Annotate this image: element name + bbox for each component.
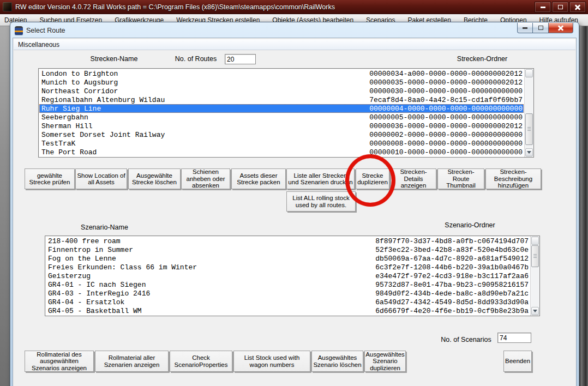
scenario-row[interactable]: GR4-04 - Ersatzlok 6a549d27-4342-4549-8d… [46, 298, 530, 306]
check-selected-route-button[interactable]: gewählte Strecke prüfen [25, 168, 75, 189]
scenario-row[interactable]: Fog on the Lenne db50069a-67aa-4d7c-8920… [46, 254, 530, 263]
dialog-close-button[interactable] [548, 23, 573, 33]
route-row[interactable]: Sherman Hill 00000036-0000-0000-0000-000… [39, 122, 524, 130]
app-titlebar: RW editor Version 4.0.72 Rail Works path… [0, 0, 588, 14]
raise-lower-track-button[interactable]: Schienen anheben oder absenken [181, 168, 230, 189]
scenario-folder: 6d66679f-4e20-4f6e-bb19-0cf9b8e23b9a [375, 307, 529, 315]
check-scenario-properties-button[interactable]: Check ScenarioProperties [170, 351, 232, 372]
route-name: Regionalbahn Altenburg Wildau [41, 96, 165, 104]
route-name: Ruhr Sieg Line [41, 105, 101, 113]
app-icon [3, 2, 12, 11]
app-minimize-button[interactable] [535, 2, 551, 13]
route-row[interactable]: The Port Road 00000010-0000-0000-0000-00… [39, 148, 524, 156]
scenario-name: GR4-05 - Basketball WM [48, 307, 142, 315]
route-row[interactable]: Northeast Corridor 00000030-0000-0000-00… [39, 87, 524, 95]
scenario-folder: 8f897f70-3d37-4bd8-a0fb-c0674194d707 [375, 237, 529, 245]
scenario-folder: 52f3ec22-3bed-42b8-a83f-520e4bd63c0e [375, 246, 529, 254]
scroll-down-button[interactable] [531, 307, 539, 315]
arrow-down-icon [527, 151, 531, 154]
scenario-name: Fog on the Lenne [48, 255, 116, 263]
dialog-body: Miscellaneous Strecken-Name No. of Route… [13, 38, 577, 386]
scenario-count-label: No. of Scenarios [432, 336, 500, 343]
minimize-icon [523, 27, 527, 29]
route-name: Sherman Hill [41, 122, 93, 130]
scenario-name: 218-400 free roam [48, 237, 121, 245]
app-title: RW editor Version 4.0.72 Rail Works path… [15, 3, 335, 11]
scroll-down-button[interactable] [525, 148, 533, 156]
route-folder: 00000010-0000-0000-0000-000000000000 [369, 148, 523, 156]
route-row[interactable]: London to Brighton 00000034-a000-0000-00… [39, 69, 524, 78]
dialog-title: Select Route [26, 27, 65, 34]
scenario-folder: e34e472f-97e2-4cd3-918e-b3c117af2aa6 [375, 272, 529, 280]
route-name: Northeast Corridor [41, 87, 118, 95]
delete-selected-route-button[interactable]: Ausgewählte Strecke löschen [128, 168, 181, 189]
route-row[interactable]: Regionalbahn Altenburg Wildau 7ecaf8d4-8… [39, 95, 524, 104]
scenario-row[interactable]: Geisterzug e34e472f-97e2-4cd3-918e-b3c11… [46, 272, 530, 280]
route-folder: 00000004-0000-0000-0000-000000000000 [369, 105, 523, 113]
screen: RW editor Version 4.0.72 Rail Works path… [0, 0, 588, 386]
route-folder: 00000008-0000-0000-0000-000000000000 [369, 140, 523, 148]
show-asset-location-button[interactable]: Show Location of all Assets [75, 168, 127, 189]
exit-button[interactable]: Beenden [503, 351, 532, 372]
dialog-titlebar: Select Route [13, 22, 577, 38]
scroll-up-button[interactable] [525, 69, 533, 77]
route-name: Munich to Augsburg [41, 79, 118, 87]
train-icon [15, 26, 23, 35]
scenario-row[interactable]: Finnentrop in Summer 52f3ec22-3bed-42b8-… [46, 245, 530, 254]
dialog-menubar: Miscellaneous [14, 39, 575, 50]
scenario-folder: 6c3f2e7f-1208-44b6-b220-39a1b0a0467b [375, 263, 529, 272]
route-row[interactable]: TestTraK 00000008-0000-0000-0000-0000000… [39, 139, 524, 148]
route-name: Somerset Dorset Joint Railway [41, 131, 165, 139]
scenario-list: 218-400 free roam 8f897f70-3d37-4bd8-a0f… [45, 236, 540, 316]
scenario-row[interactable]: 218-400 free roam 8f897f70-3d37-4bd8-a0f… [46, 237, 530, 245]
routes-count-label: No. of Routes [169, 55, 223, 63]
route-row[interactable]: Somerset Dorset Joint Railway 00000002-0… [39, 130, 524, 139]
maximize-icon [538, 26, 543, 30]
scenario-name: GR4-03 - InterRegio 2416 [48, 290, 150, 298]
route-row[interactable]: Ruhr Sieg Line 00000004-0000-0000-0000-0… [39, 104, 524, 113]
scenario-row[interactable]: GR4-05 - Basketball WM 6d66679f-4e20-4f6… [46, 306, 530, 315]
duplicate-route-button[interactable]: Strecke duplizieren [356, 168, 389, 189]
route-name: Seebergbahn [41, 113, 88, 122]
route-folder: 00000034-a000-0000-0000-000000002012 [369, 70, 523, 78]
scenario-folder: 95732d87-8e01-47ba-9b23-c90958216157 [375, 281, 529, 289]
scrollbar-thumb[interactable] [525, 113, 533, 145]
dialog-maximize-button[interactable] [533, 23, 548, 33]
route-folder: 00000005-0000-0000-0000-000000000000 [369, 113, 523, 122]
route-list: London to Brighton 00000034-a000-0000-00… [38, 68, 534, 158]
dialog-minimize-button[interactable] [517, 23, 533, 33]
list-all-rolling-stock-button[interactable]: List ALL rolling stock used by all route… [286, 191, 356, 212]
route-folder: 00000030-0000-0000-0000-000000000000 [369, 87, 523, 95]
scenario-folder: db50069a-67aa-4d7c-8920-a681af549012 [375, 255, 529, 263]
scenario-count-input[interactable] [497, 333, 531, 343]
show-route-details-button[interactable]: Strecken-Details anzeigen [391, 168, 436, 189]
scrollbar-thumb[interactable] [531, 245, 539, 267]
scenario-row[interactable]: GR4-01 - IC nach Siegen 95732d87-8e01-47… [46, 280, 530, 289]
route-row[interactable]: Seebergbahn 00000005-0000-0000-0000-0000… [39, 113, 524, 122]
show-all-scenarios-stock-button[interactable]: Rollmaterial aller Szenarien anzeigen [95, 351, 169, 372]
routes-count-input[interactable] [225, 54, 256, 64]
scenario-name: Finnentrop in Summer [48, 246, 133, 254]
list-stock-wagon-numbers-button[interactable]: List Stock used with wagon numbers [233, 351, 310, 372]
scenario-row[interactable]: Freies Erkunden: Class 66 im Winter 6c3f… [46, 263, 530, 272]
pack-route-assets-button[interactable]: Assets dieser Strecke packen [231, 168, 286, 189]
route-folder: 7ecaf8d4-8aa0-4a42-8c15-cd1af0f69bb7 [369, 96, 523, 104]
app-close-button[interactable] [569, 2, 586, 13]
menu-item-miscellaneous[interactable]: Miscellaneous [18, 41, 59, 49]
scenario-name: Freies Erkunden: Class 66 im Winter [48, 263, 197, 272]
route-row[interactable]: Munich to Augsburg 00000035-0000-0000-00… [39, 78, 524, 87]
scenario-list-scrollbar [530, 236, 539, 316]
delete-selected-scenario-button[interactable]: Ausgewähltes Szenario löschen [311, 351, 363, 372]
main-window-right-edge [581, 14, 588, 386]
maximize-icon [558, 5, 563, 9]
app-maximize-button[interactable] [552, 2, 568, 13]
scenario-row[interactable]: GR4-03 - InterRegio 2416 9849d0f2-434b-4… [46, 289, 530, 298]
route-name: TestTraK [41, 140, 75, 148]
route-list-scrollbar [524, 69, 533, 157]
route-thumbnail-button[interactable]: Strecken- Route Thumbnail [437, 168, 484, 189]
print-routes-scenarios-button[interactable]: Liste aller Strecken und Szenarien druck… [286, 168, 355, 189]
add-route-description-button[interactable]: Strecken-Beschreibung hinzufügen [485, 168, 541, 189]
show-scenario-stock-button[interactable]: Rollmaterial des ausgewählten Szenarios … [25, 351, 94, 372]
duplicate-selected-scenario-button[interactable]: Ausgewähltes Szenario duplizieren [364, 351, 406, 372]
scroll-up-button[interactable] [531, 237, 539, 245]
